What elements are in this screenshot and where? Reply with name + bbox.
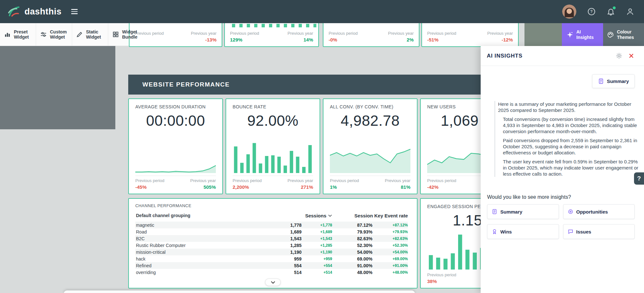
brand[interactable]: dashthis xyxy=(7,5,78,18)
kpi-widget-bounce-rate[interactable]: BOUNCE RATE 92.00% Previous period 2,200… xyxy=(226,98,320,194)
previous-period-label: Previous period xyxy=(233,178,262,183)
topbar: dashthis ? xyxy=(0,0,644,23)
previous-year-value: 81% xyxy=(401,184,410,190)
static-widget-button[interactable]: Static Widget xyxy=(72,23,108,46)
widget-title: BOUNCE RATE xyxy=(233,104,313,109)
avatar[interactable] xyxy=(562,5,576,19)
previous-period-value: 1% xyxy=(330,184,359,190)
table-row: mission-critical 1,190 +1,190 54.00% +54… xyxy=(135,249,408,255)
table-row: Refined 554 +554 91.00% +91.00% xyxy=(135,262,408,269)
close-icon[interactable] xyxy=(628,53,634,59)
widget-value: 4,982.78 xyxy=(330,112,410,129)
next-section-edge xyxy=(64,290,415,293)
kpi-widget-all-conversions[interactable]: ALL CONV. (BY CONV. TIME) 4,982.78 Previ… xyxy=(323,98,418,194)
previous-period-label: Previous period xyxy=(427,272,456,277)
wins-button[interactable]: Wins xyxy=(487,224,559,239)
insight-buttons: Summary Opportunities Wins Issues xyxy=(487,204,635,239)
column-header-event-rate: Session Key Event rate xyxy=(354,213,408,218)
section-header: WEBSITE PERFORMANCE xyxy=(128,75,481,95)
previous-year-label: Previous year xyxy=(191,31,216,36)
widget-bundle-label: Widget Bundle xyxy=(122,29,140,40)
account-icon[interactable] xyxy=(626,7,634,16)
summary-button[interactable]: Summary xyxy=(487,204,559,219)
table-header-row: Default channel grouping Sessions Sessio… xyxy=(135,209,408,222)
brand-name: dashthis xyxy=(24,7,62,17)
summary-paragraph: The user key event rate fell from 0.59% … xyxy=(498,159,639,177)
previous-period-value: -45% xyxy=(135,184,164,190)
sliders-icon xyxy=(40,31,47,38)
table-row: Road 1,689 +1,689 79.93% +79.93% xyxy=(135,228,408,235)
svg-text:?: ? xyxy=(590,9,592,14)
notifications-bell-icon[interactable] xyxy=(607,7,615,16)
previous-period-value: 38% xyxy=(427,279,456,284)
previous-period-label: Previous period xyxy=(135,178,164,183)
widget-bundle-button[interactable]: Widget Bundle xyxy=(108,23,144,46)
ai-insights-button[interactable]: AI Insights xyxy=(562,23,603,46)
previous-year-value: -13% xyxy=(205,37,216,42)
preset-widget-button[interactable]: Preset Widget xyxy=(0,23,36,46)
column-header-sessions: Sessions xyxy=(305,213,326,218)
previous-year-label: Previous year xyxy=(487,31,513,36)
table-row: magnetic 1,778 +1,778 87.12% +87.12% xyxy=(135,222,408,228)
canvas-empty-region xyxy=(0,46,115,129)
grid-icon xyxy=(112,31,119,38)
summary-paragraph: Paid conversions dropped from 2,559 in S… xyxy=(498,137,639,156)
previous-year-label: Previous year xyxy=(388,31,414,36)
widget-toolbar: Preset Widget Custom Widget Static Widge… xyxy=(0,23,129,46)
column-header-channel: Default channel grouping xyxy=(135,213,253,218)
expand-table-button[interactable] xyxy=(265,279,281,286)
issues-button[interactable]: Issues xyxy=(563,224,635,239)
previous-period-label: Previous period xyxy=(330,178,359,183)
chevron-down-icon xyxy=(328,214,332,217)
settings-gear-icon[interactable] xyxy=(616,52,622,59)
menu-icon[interactable] xyxy=(71,9,78,14)
ai-panel-header: AI INSIGHTS xyxy=(481,46,644,66)
table-row: hack 959 +959 69.00% +69.00% xyxy=(135,255,408,262)
sessions-sort-dropdown[interactable]: Sessions xyxy=(305,213,332,218)
sparkle-icon xyxy=(566,31,573,38)
document-icon xyxy=(492,209,497,215)
previous-period-value: -0% xyxy=(329,37,358,42)
kpi-widget-average-session-duration[interactable]: AVERAGE SESSION DURATION 00:00:00 Previo… xyxy=(128,98,223,194)
colour-themes-button[interactable]: Colour Themes xyxy=(603,23,644,46)
widget-title: AVERAGE SESSION DURATION xyxy=(135,104,216,109)
custom-widget-label: Custom Widget xyxy=(50,29,68,40)
target-icon xyxy=(568,209,573,215)
palette-icon xyxy=(607,31,614,38)
chevron-down-icon xyxy=(271,281,275,284)
previous-period-label: Previous period xyxy=(427,178,456,183)
channel-performance-widget[interactable]: CHANNEL PERFORMANCE Default channel grou… xyxy=(128,198,418,288)
previous-period-label: Previous period xyxy=(427,31,456,36)
table-row: overriding 514 +514 48.00% +48.00% xyxy=(135,269,408,276)
document-icon xyxy=(598,78,604,84)
summary-chip[interactable]: Summary xyxy=(592,74,635,88)
chat-bubble-icon xyxy=(568,229,573,234)
previous-year-value: 14% xyxy=(303,37,313,42)
previous-year-value: 2% xyxy=(407,37,414,42)
help-icon[interactable]: ? xyxy=(587,7,596,16)
more-insights-question: Would you like to see more insights? xyxy=(487,194,638,200)
widget-value: 00:00:00 xyxy=(135,112,216,129)
custom-widget-button[interactable]: Custom Widget xyxy=(36,23,72,46)
opportunities-button[interactable]: Opportunities xyxy=(563,204,635,219)
notification-dot xyxy=(613,6,616,9)
previous-year-value: 271% xyxy=(301,184,313,190)
previous-year-label: Previous year xyxy=(288,178,313,183)
previous-year-label: Previous year xyxy=(190,178,216,183)
pencil-icon xyxy=(76,31,83,38)
preset-widget-label: Preset Widget xyxy=(14,29,32,40)
static-widget-label: Static Widget xyxy=(86,29,104,40)
summary-paragraph: Total conversions (by conversion time) i… xyxy=(498,116,639,134)
previous-year-label: Previous year xyxy=(288,31,313,36)
help-tab-button[interactable]: ? xyxy=(634,172,644,185)
table-row: B2C 1,543 +1,543 82.63% +82.63% xyxy=(135,235,408,242)
ai-insights-label: AI Insights xyxy=(576,29,596,40)
summary-paragraph: Here is a summary of your marketing perf… xyxy=(498,101,639,113)
partially-visible-widget xyxy=(524,23,562,46)
ai-panel-title: AI INSIGHTS xyxy=(487,53,523,59)
area-chart xyxy=(330,139,410,173)
previous-period-value: 129% xyxy=(230,37,259,42)
line-chart xyxy=(135,139,216,173)
previous-year-value: 505% xyxy=(204,184,216,190)
previous-period-label: Previous period xyxy=(329,31,358,36)
